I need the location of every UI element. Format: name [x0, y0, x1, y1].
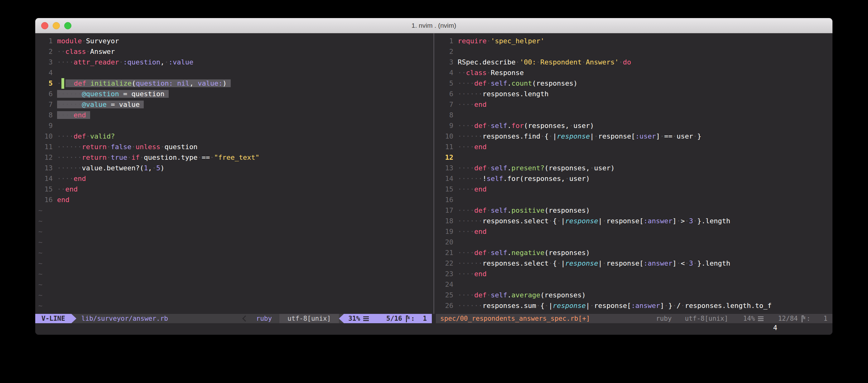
code-text: ······value.between?(1,·5) — [57, 164, 164, 172]
code-line-21[interactable]: 21····def·self.negative(responses) — [439, 248, 833, 258]
line-number: 11 — [38, 142, 53, 152]
code-line-23[interactable]: 23····end — [439, 269, 833, 279]
code-line-13[interactable]: 13······value.between?(1,·5) — [38, 163, 432, 173]
code-line-1[interactable]: 1module·Surveyor — [38, 36, 432, 46]
tilde-marker: ~ — [38, 290, 432, 301]
code-line-11[interactable]: 11····end — [439, 142, 833, 152]
code-line-9[interactable]: 9····def·self.for(responses,·user) — [439, 120, 833, 131]
powerline-arrow-icon — [71, 314, 76, 323]
statusline-percent: 14% — [743, 314, 755, 323]
statusline-column: 1 — [824, 314, 828, 323]
code-line-7[interactable]: 7······@value·=·value — [38, 99, 432, 110]
code-text: ······responses.select·{·|response|·resp… — [458, 259, 730, 267]
line-number: 18 — [439, 216, 453, 227]
code-text: ····end — [458, 228, 487, 235]
code-text: ····def·self.present?(responses,·user) — [458, 164, 615, 172]
chevron-left-icon — [242, 315, 248, 322]
code-line-4[interactable]: 4··class·Response — [439, 68, 833, 78]
code-line-4[interactable]: 4 — [38, 68, 432, 78]
tilde-marker: ~ — [38, 216, 432, 227]
code-line-8[interactable]: 8····end — [38, 110, 432, 120]
code-line-11[interactable]: 11······return·false·unless·question — [38, 142, 432, 152]
code-line-18[interactable]: 18······responses.select·{·|response|·re… — [439, 216, 833, 227]
visual-selection: ······@value·=·value — [57, 101, 144, 108]
code-line-1[interactable]: 1require·'spec_helper' — [439, 36, 833, 46]
line-number: 22 — [439, 258, 453, 269]
code-line-17[interactable]: 17····def·self.positive(responses) — [439, 205, 833, 216]
line-number: 14 — [439, 173, 453, 184]
code-text: ····end — [458, 270, 487, 278]
code-line-13[interactable]: 13····def·self.present?(responses,·user) — [439, 163, 833, 173]
code-text: ··class·Response — [458, 69, 524, 77]
line-number: 25 — [439, 290, 453, 301]
statusline-row: V-LINE lib/surveyor/answer.rb ruby utf-8… — [35, 314, 833, 323]
close-button-icon[interactable] — [41, 22, 48, 29]
zoom-button-icon[interactable] — [64, 22, 71, 29]
code-text: ····end — [458, 101, 487, 108]
code-line-14[interactable]: 14····end — [38, 173, 432, 184]
code-line-26[interactable]: 26······responses.sum·{·|response|·respo… — [439, 301, 833, 311]
line-number: 6 — [38, 89, 53, 99]
terminal-window: 1. nvim . (nvim) 1module·Surveyor2··clas… — [35, 18, 833, 335]
code-line-9[interactable]: 9 — [38, 120, 432, 131]
minimize-button-icon[interactable] — [53, 22, 60, 29]
code-text: RSpec.describe·'00:·Respondent·Answers'·… — [458, 58, 631, 66]
visual-selection: ··def·initialize(question:·nil,·value:) — [65, 79, 231, 87]
line-number: 23 — [439, 269, 453, 279]
statusline-encoding-segment: utf-8[unix] — [279, 314, 339, 323]
line-number: 16 — [38, 195, 53, 205]
code-line-20[interactable]: 20 — [439, 237, 833, 248]
line-number: 14 — [38, 173, 53, 184]
tilde-marker: ~ — [38, 269, 432, 279]
traffic-lights — [41, 18, 71, 33]
code-line-2[interactable]: 2··class·Answer — [38, 46, 432, 57]
code-line-3[interactable]: 3RSpec.describe·'00:·Respondent·Answers'… — [439, 57, 833, 68]
code-line-14[interactable]: 14······!self.for(responses,·user) — [439, 173, 833, 184]
command-line[interactable]: 4 — [35, 323, 833, 335]
code-line-12[interactable]: 12 — [439, 152, 833, 163]
code-line-3[interactable]: 3····attr_reader·:question,·:value — [38, 57, 432, 68]
code-line-7[interactable]: 7····end — [439, 99, 833, 110]
pending-command-indicator: 4 — [773, 324, 777, 332]
code-line-5[interactable]: 5···def·initialize(question:·nil,·value:… — [38, 78, 432, 89]
code-line-22[interactable]: 22······responses.select·{·|response|·re… — [439, 258, 833, 269]
left-editor-pane[interactable]: 1module·Surveyor2··class·Answer3····attr… — [35, 33, 432, 314]
code-line-19[interactable]: 19····end — [439, 227, 833, 237]
code-line-25[interactable]: 25····def·self.average(responses) — [439, 290, 833, 301]
code-line-6[interactable]: 6······responses.length — [439, 89, 833, 99]
line-number: 19 — [439, 227, 453, 237]
code-text: ······responses.select·{·|response|·resp… — [458, 217, 730, 225]
window-titlebar[interactable]: 1. nvim . (nvim) — [35, 18, 833, 33]
line-number-icon — [406, 315, 410, 322]
code-line-2[interactable]: 2 — [439, 46, 833, 57]
right-editor-pane[interactable]: 1require·'spec_helper'23RSpec.describe·'… — [436, 33, 833, 314]
statusline-column: 1 — [423, 314, 427, 323]
tilde-marker: ~ — [38, 248, 432, 258]
code-line-12[interactable]: 12······return·true·if·question.type·==·… — [38, 152, 432, 163]
window-separator[interactable] — [432, 33, 436, 314]
line-number: 5 — [439, 78, 453, 89]
code-line-24[interactable]: 24 — [439, 279, 833, 290]
line-number: 21 — [439, 248, 453, 258]
line-number: 9 — [38, 120, 53, 131]
code-line-10[interactable]: 10····def·valid? — [38, 131, 432, 142]
line-number: 6 — [439, 89, 453, 99]
code-text: ······responses.find·{·|response|·respon… — [458, 132, 702, 140]
code-line-8[interactable]: 8 — [439, 110, 833, 120]
code-text: ···def·initialize(question:·nil,·value:) — [57, 79, 231, 87]
line-number: 2 — [38, 46, 53, 57]
line-number: 5 — [38, 78, 53, 89]
menu-lines-icon — [758, 316, 764, 321]
code-line-15[interactable]: 15····end — [439, 184, 833, 195]
code-line-5[interactable]: 5····def·self.count(responses) — [439, 78, 833, 89]
code-line-6[interactable]: 6······@question·=·question — [38, 89, 432, 99]
code-line-16[interactable]: 16end — [38, 195, 432, 205]
line-number: 9 — [439, 120, 453, 131]
code-line-16[interactable]: 16 — [439, 195, 833, 205]
code-line-15[interactable]: 15··end — [38, 184, 432, 195]
visual-selection: ····end — [57, 111, 90, 119]
tilde-marker: ~ — [38, 237, 432, 248]
code-line-10[interactable]: 10······responses.find·{·|response|·resp… — [439, 131, 833, 142]
line-number: 1 — [38, 36, 53, 46]
cursor-block — [61, 78, 64, 89]
